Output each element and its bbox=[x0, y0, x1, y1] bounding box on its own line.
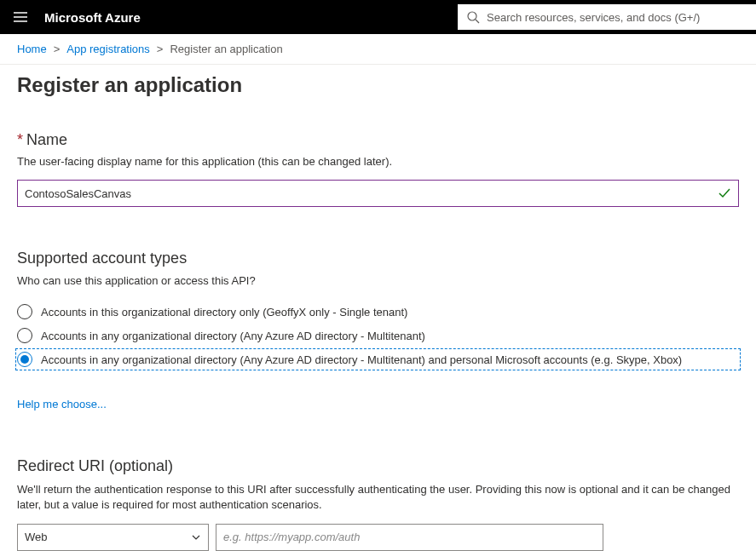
redirect-uri-heading: Redirect URI (optional) bbox=[17, 457, 739, 475]
chevron-down-icon bbox=[191, 532, 201, 542]
radio-icon bbox=[17, 328, 32, 343]
account-types-description: Who can use this application or access t… bbox=[17, 274, 739, 287]
checkmark-icon bbox=[718, 187, 731, 200]
dropdown-value: Web bbox=[25, 531, 48, 543]
breadcrumb-app-registrations-link[interactable]: App registrations bbox=[66, 43, 150, 55]
breadcrumb-separator: > bbox=[54, 43, 61, 55]
radio-icon bbox=[17, 352, 32, 367]
account-type-single-tenant-radio[interactable]: Accounts in this organizational director… bbox=[17, 302, 739, 321]
required-star: * bbox=[17, 131, 23, 148]
breadcrumb-current: Register an application bbox=[170, 43, 282, 55]
account-type-multitenant-radio[interactable]: Accounts in any organizational directory… bbox=[17, 326, 739, 345]
account-type-multitenant-personal-radio[interactable]: Accounts in any organizational directory… bbox=[17, 350, 739, 369]
help-me-choose-link[interactable]: Help me choose... bbox=[17, 398, 107, 410]
redirect-uri-input[interactable] bbox=[216, 524, 603, 551]
name-field-description: The user-facing display name for this ap… bbox=[17, 154, 739, 169]
radio-label: Accounts in this organizational director… bbox=[41, 306, 407, 319]
page-title: Register an application bbox=[17, 73, 739, 97]
search-placeholder-text: Search resources, services, and docs (G+… bbox=[487, 11, 700, 24]
redirect-uri-description: We'll return the authentication response… bbox=[17, 482, 739, 513]
name-field-label: *Name bbox=[17, 131, 739, 149]
radio-label: Accounts in any organizational directory… bbox=[41, 353, 682, 366]
breadcrumb-home-link[interactable]: Home bbox=[17, 43, 47, 55]
brand-label: Microsoft Azure bbox=[41, 10, 141, 25]
main-content: Register an application *Name The user-f… bbox=[0, 65, 756, 551]
radio-label: Accounts in any organizational directory… bbox=[41, 330, 425, 342]
breadcrumb-separator: > bbox=[157, 43, 164, 55]
name-input-container bbox=[17, 180, 739, 207]
hamburger-icon bbox=[13, 9, 28, 25]
breadcrumb: Home > App registrations > Register an a… bbox=[0, 34, 756, 65]
redirect-platform-dropdown[interactable]: Web bbox=[17, 524, 209, 551]
svg-point-3 bbox=[468, 12, 476, 20]
top-bar: Microsoft Azure Search resources, servic… bbox=[0, 0, 756, 34]
global-search-input[interactable]: Search resources, services, and docs (G+… bbox=[458, 4, 756, 30]
application-name-input[interactable] bbox=[25, 187, 718, 200]
hamburger-menu-button[interactable] bbox=[0, 0, 41, 34]
redirect-uri-row: Web bbox=[17, 524, 739, 551]
account-types-heading: Supported account types bbox=[17, 250, 739, 267]
search-icon bbox=[466, 10, 480, 24]
radio-icon bbox=[17, 304, 32, 319]
svg-line-4 bbox=[476, 20, 479, 23]
